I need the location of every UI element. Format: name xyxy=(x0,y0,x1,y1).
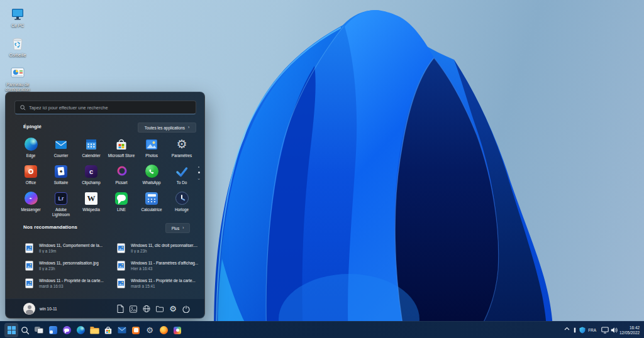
pager-chevron-down-icon: ⌄ xyxy=(197,177,201,180)
pinned-app-office[interactable]: Office xyxy=(16,163,46,190)
chat-button[interactable] xyxy=(60,323,74,337)
store-taskbar-button[interactable] xyxy=(101,323,115,337)
pinned-app-line[interactable]: LINE xyxy=(106,190,136,217)
start-search-box[interactable] xyxy=(14,101,196,114)
store-icon xyxy=(104,326,113,335)
mail-icon xyxy=(54,137,69,151)
orange-app-icon xyxy=(132,327,140,334)
power-icon[interactable] xyxy=(182,305,190,313)
pinned-app-edge[interactable]: Edge xyxy=(16,136,46,163)
tray-expand-button[interactable] xyxy=(564,327,570,330)
more-button[interactable]: Plus › xyxy=(165,223,190,233)
settings-icon[interactable]: ⚙ xyxy=(169,305,177,313)
messenger-icon xyxy=(24,191,38,205)
tray-language-indicator[interactable]: FRA xyxy=(588,328,596,332)
pinned-app-wikipedia[interactable]: WWikipedia xyxy=(76,190,106,217)
pinned-app-clipchamp[interactable]: cClipchamp xyxy=(76,163,106,190)
widgets-button[interactable] xyxy=(46,323,60,337)
lightroom-icon: Lr xyxy=(54,191,69,205)
task-view-button[interactable] xyxy=(32,323,46,337)
user-avatar[interactable] xyxy=(23,303,35,315)
orange-app-button[interactable] xyxy=(129,323,143,337)
network-globe-icon[interactable] xyxy=(143,305,150,313)
pinned-app-calendrier[interactable]: Calendrier xyxy=(76,136,106,163)
more-label: Plus xyxy=(172,226,179,231)
pinned-app-courrier[interactable]: Courrier xyxy=(46,136,76,163)
settings-taskbar-button[interactable]: ⚙ xyxy=(143,323,157,337)
mail-taskbar-button[interactable] xyxy=(115,323,129,337)
control-panel-icon xyxy=(10,65,25,80)
todo-check-icon xyxy=(175,164,189,178)
recommended-item[interactable]: Windows 11, Comportement de la...Il y a … xyxy=(25,239,117,257)
pinned-app-to-do[interactable]: To Do xyxy=(167,163,197,190)
tray-network-icon[interactable] xyxy=(601,327,609,334)
windows-logo-icon xyxy=(8,326,16,334)
store-icon xyxy=(114,137,129,151)
colorful-app-icon xyxy=(174,327,181,334)
desktop-icon-control-panel[interactable]: Panneau de configuration xyxy=(0,65,38,92)
recommended-item[interactable]: Windows 11 - Paramètres d'affichag...Hie… xyxy=(117,257,209,275)
tray-pen-icon[interactable] xyxy=(573,327,577,334)
chevron-right-icon: › xyxy=(188,126,189,130)
pinned-app-calculatrice[interactable]: Calculatrice xyxy=(136,190,167,217)
start-user-bar: win 10-11 ⚙ xyxy=(6,298,204,318)
picsart-icon xyxy=(114,164,129,178)
tray-time: 16:42 xyxy=(619,325,640,330)
taskbar-search-button[interactable] xyxy=(18,323,32,337)
all-apps-button[interactable]: Toutes les applications › xyxy=(138,123,196,133)
desktop-icon-label: Panneau de configuration xyxy=(0,82,38,92)
pinned-app-solitaire[interactable]: ♠Solitaire xyxy=(46,163,76,190)
recommended-list: Windows 11, Comportement de la...Il y a … xyxy=(25,239,209,292)
tray-clock[interactable]: 16:42 12/05/2022 xyxy=(619,325,640,335)
tray-volume-icon[interactable] xyxy=(611,327,618,334)
recommended-item[interactable]: Windows 11, personnalisation.jpgIl y a 2… xyxy=(25,257,117,275)
desktop-icon-this-pc[interactable]: Ce PC xyxy=(0,6,38,28)
photos-legacy-button[interactable] xyxy=(170,323,184,337)
pinned-app-picsart[interactable]: Picsart xyxy=(106,163,136,190)
chevron-right-icon: › xyxy=(182,226,184,231)
edge-icon xyxy=(24,137,38,151)
recommended-item[interactable]: Windows 11 - Propriété de la carte...mar… xyxy=(25,275,117,292)
image-file-icon xyxy=(117,243,125,253)
recommended-section-title: Nos recommandations xyxy=(23,224,77,230)
pinned-section-title: Épinglé xyxy=(23,124,42,129)
file-explorer-icon xyxy=(90,326,99,334)
pinned-app-parametres[interactable]: ⚙Paramètres xyxy=(167,136,197,163)
pinned-app-photos[interactable]: Photos xyxy=(136,136,167,163)
desktop-icon-recycle-bin[interactable]: Corbeille xyxy=(0,36,38,58)
edge-taskbar-button[interactable] xyxy=(74,323,87,337)
mail-icon xyxy=(118,327,126,334)
file-explorer-button[interactable] xyxy=(87,323,101,337)
clock-icon xyxy=(175,191,189,205)
tray-security-shield-icon[interactable] xyxy=(579,327,586,334)
pinned-app-messenger[interactable]: Messenger xyxy=(16,190,46,217)
firefox-button[interactable] xyxy=(157,323,170,337)
office-icon xyxy=(24,164,38,178)
start-button[interactable] xyxy=(4,323,18,337)
recommended-item[interactable]: Windows 11, clic droit pesonnaliser....I… xyxy=(117,239,209,257)
image-file-icon xyxy=(25,243,33,253)
start-search-input[interactable] xyxy=(29,105,191,111)
pictures-icon[interactable] xyxy=(130,305,137,313)
pinned-apps-grid: Edge Courrier Calendrier Microsoft Store… xyxy=(16,136,197,217)
pinned-app-whatsapp[interactable]: WhatsApp xyxy=(136,163,167,190)
documents-icon[interactable] xyxy=(116,305,124,313)
edge-icon xyxy=(77,326,85,334)
start-menu: Épinglé Toutes les applications › Edge C… xyxy=(5,92,205,319)
line-icon xyxy=(114,191,129,205)
widgets-icon xyxy=(49,326,57,334)
calendar-icon xyxy=(84,137,99,151)
pinned-app-adobe-lightroom[interactable]: LrAdobe Lightroom xyxy=(46,190,76,217)
image-file-icon xyxy=(25,278,33,288)
pinned-app-horloge[interactable]: Horloge xyxy=(167,190,197,217)
folder-icon[interactable] xyxy=(156,305,164,313)
all-apps-label: Toutes les applications xyxy=(145,126,185,130)
settings-gear-icon: ⚙ xyxy=(146,326,153,334)
recommended-item[interactable]: Windows 11 - Propriété de la carte...mar… xyxy=(117,275,209,292)
wikipedia-icon: W xyxy=(84,191,99,205)
pinned-pager[interactable]: ⌄ xyxy=(197,166,201,180)
image-file-icon xyxy=(117,278,125,288)
tray-date: 12/05/2022 xyxy=(619,330,640,335)
clipchamp-icon: c xyxy=(84,164,99,178)
pinned-app-microsoft-store[interactable]: Microsoft Store xyxy=(106,136,136,163)
